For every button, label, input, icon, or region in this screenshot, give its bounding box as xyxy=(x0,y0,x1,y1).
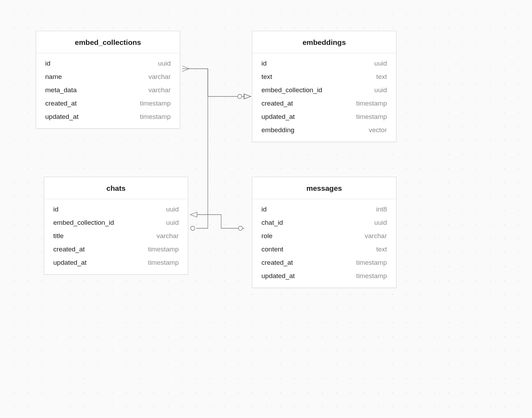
column-type: uuid xyxy=(374,86,387,94)
svg-point-5 xyxy=(238,226,243,230)
column-type: timestamp xyxy=(356,113,387,121)
column-name: updated_at xyxy=(45,113,79,121)
column-name: title xyxy=(53,232,64,240)
column-type: uuid xyxy=(374,219,387,227)
table-rows: iduuidembed_collection_iduuidtitlevarcha… xyxy=(44,199,188,274)
table-row[interactable]: created_attimestamp xyxy=(252,256,396,269)
column-type: varchar xyxy=(365,232,387,240)
table-rows: iduuidnamevarcharmeta_datavarcharcreated… xyxy=(36,53,180,128)
column-type: varchar xyxy=(157,232,179,240)
column-type: uuid xyxy=(374,60,387,67)
column-name: role xyxy=(261,232,273,240)
column-name: id xyxy=(53,205,59,213)
column-type: timestamp xyxy=(356,272,387,280)
table-row[interactable]: created_attimestamp xyxy=(252,97,396,110)
table-row[interactable]: namevarchar xyxy=(36,70,180,83)
table-messages[interactable]: messagesidint8chat_iduuidrolevarcharcont… xyxy=(252,177,396,288)
column-name: embedding xyxy=(261,126,294,134)
column-type: int8 xyxy=(376,205,387,213)
table-embed_collections[interactable]: embed_collectionsiduuidnamevarcharmeta_d… xyxy=(36,31,180,129)
column-type: timestamp xyxy=(356,259,387,267)
table-rows: iduuidtexttextembed_collection_iduuidcre… xyxy=(252,53,396,142)
table-title: chats xyxy=(44,177,188,199)
table-row[interactable]: iduuid xyxy=(44,203,188,216)
column-name: id xyxy=(45,60,50,67)
table-row[interactable]: rolevarchar xyxy=(252,229,396,243)
column-type: vector xyxy=(369,126,387,134)
column-name: id xyxy=(261,60,267,67)
column-name: created_at xyxy=(53,245,85,253)
column-name: meta_data xyxy=(45,86,77,94)
table-row[interactable]: embeddingvector xyxy=(252,123,396,137)
table-row[interactable]: updated_attimestamp xyxy=(36,110,180,123)
column-type: timestamp xyxy=(140,100,171,107)
column-type: timestamp xyxy=(148,245,179,253)
table-row[interactable]: created_attimestamp xyxy=(44,243,188,256)
table-rows: idint8chat_iduuidrolevarcharcontenttextc… xyxy=(252,199,396,288)
table-row[interactable]: created_attimestamp xyxy=(36,97,180,110)
table-title: embeddings xyxy=(252,31,396,53)
table-chats[interactable]: chatsiduuidembed_collection_iduuidtitlev… xyxy=(44,177,188,275)
column-name: name xyxy=(45,73,62,81)
column-type: timestamp xyxy=(356,100,387,107)
column-name: updated_at xyxy=(261,113,295,121)
column-name: chat_id xyxy=(261,219,283,227)
svg-line-2 xyxy=(182,69,189,72)
column-name: embed_collection_id xyxy=(261,86,322,94)
column-name: created_at xyxy=(45,100,77,107)
table-row[interactable]: meta_datavarchar xyxy=(36,83,180,97)
column-type: text xyxy=(376,73,387,81)
column-type: uuid xyxy=(166,219,179,227)
table-row[interactable]: iduuid xyxy=(36,57,180,70)
column-type: varchar xyxy=(149,86,171,94)
table-row[interactable]: embed_collection_iduuid xyxy=(44,216,188,229)
svg-point-3 xyxy=(238,94,242,99)
svg-line-0 xyxy=(182,66,189,69)
column-name: id xyxy=(261,205,267,213)
column-name: created_at xyxy=(261,259,293,267)
svg-point-4 xyxy=(191,226,195,230)
table-row[interactable]: iduuid xyxy=(252,57,396,70)
column-name: updated_at xyxy=(53,259,87,267)
column-name: created_at xyxy=(261,100,293,107)
table-row[interactable]: titlevarchar xyxy=(44,229,188,243)
column-type: timestamp xyxy=(148,259,179,267)
column-type: uuid xyxy=(158,60,171,67)
column-name: content xyxy=(261,245,283,253)
table-row[interactable]: idint8 xyxy=(252,203,396,216)
table-title: embed_collections xyxy=(36,31,180,53)
column-type: uuid xyxy=(166,205,179,213)
table-row[interactable]: updated_attimestamp xyxy=(44,256,188,269)
table-row[interactable]: chat_iduuid xyxy=(252,216,396,229)
column-name: embed_collection_id xyxy=(53,219,114,227)
table-row[interactable]: embed_collection_iduuid xyxy=(252,83,396,97)
table-row[interactable]: texttext xyxy=(252,70,396,83)
table-title: messages xyxy=(252,177,396,199)
column-type: timestamp xyxy=(140,113,171,121)
column-type: varchar xyxy=(149,73,171,81)
column-type: text xyxy=(376,245,387,253)
column-name: text xyxy=(261,73,272,81)
table-row[interactable]: contenttext xyxy=(252,243,396,256)
table-row[interactable]: updated_attimestamp xyxy=(252,269,396,283)
table-row[interactable]: updated_attimestamp xyxy=(252,110,396,123)
table-embeddings[interactable]: embeddingsiduuidtexttextembed_collection… xyxy=(252,31,396,142)
column-name: updated_at xyxy=(261,272,295,280)
